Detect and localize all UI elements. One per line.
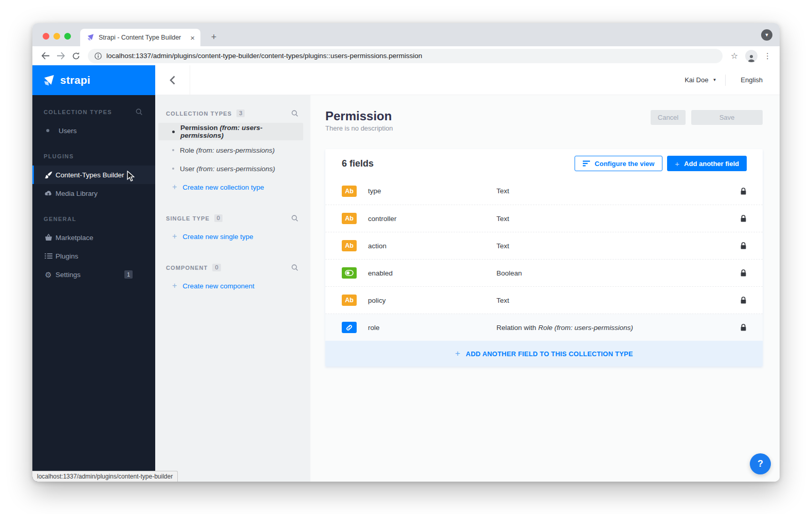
content-type-page: Permission There is no description Cance…: [310, 95, 780, 482]
main-area: Kai Doe ▼ English COLLECTION TYPES: [155, 65, 780, 482]
page-info-icon[interactable]: [95, 52, 102, 60]
sidebar-item-users[interactable]: Users: [32, 121, 155, 140]
cancel-button[interactable]: Cancel: [651, 110, 686, 125]
strapi-logo[interactable]: strapi: [32, 65, 155, 95]
sidebar-section-general: GENERAL: [32, 216, 155, 222]
minimize-window-button[interactable]: [53, 33, 60, 40]
chevron-down-icon: ▼: [712, 78, 716, 82]
search-icon[interactable]: [291, 264, 298, 271]
user-name: Kai Doe: [685, 76, 708, 84]
field-row-enabled[interactable]: enabled Boolean: [325, 259, 763, 286]
content-type-item-user[interactable]: User (from: users-permissions): [158, 160, 303, 177]
group-header: COLLECTION TYPES 3: [155, 109, 310, 117]
plugins-list-icon: [44, 253, 53, 259]
browser-tab[interactable]: Strapi - Content Type Builder ×: [80, 29, 200, 46]
page-header: Permission There is no description Cance…: [325, 109, 763, 132]
new-tab-button[interactable]: +: [207, 30, 220, 44]
create-single-type-link[interactable]: + Create new single type: [158, 228, 310, 245]
search-icon[interactable]: [291, 215, 298, 222]
main-sidebar: strapi COLLECTION TYPES Users PLUGINS: [32, 65, 155, 482]
content-types-sidebar: COLLECTION TYPES 3 Permission (from: use…: [155, 95, 310, 482]
close-window-button[interactable]: [43, 33, 49, 40]
boolean-field-badge: [342, 267, 357, 279]
bullet-icon: [172, 149, 174, 151]
add-field-footer-button[interactable]: + ADD ANOTHER FIELD TO THIS COLLECTION T…: [325, 341, 763, 366]
paintbrush-icon: [44, 171, 53, 179]
field-row-controller[interactable]: Ab controller Text: [325, 205, 763, 232]
sidebar-item-settings[interactable]: ⚙ Settings 1: [32, 265, 155, 284]
bookmark-star-icon[interactable]: ☆: [727, 48, 742, 64]
close-tab-icon[interactable]: ×: [189, 34, 196, 42]
help-button[interactable]: ?: [750, 453, 771, 474]
content-type-item-role[interactable]: Role (from: users-permissions): [158, 141, 303, 159]
settings-gear-icon: ⚙: [44, 271, 53, 279]
bullet-icon: [46, 129, 49, 132]
language-selector[interactable]: English: [741, 76, 763, 84]
address-bar[interactable]: localhost:1337/admin/plugins/content-typ…: [88, 49, 723, 63]
tab-search-chevron-icon[interactable]: ▼: [761, 29, 772, 41]
chevron-left-icon: [170, 76, 175, 85]
maximize-window-button[interactable]: [64, 33, 71, 40]
search-icon[interactable]: [291, 110, 298, 117]
plus-icon: +: [675, 159, 679, 168]
configure-view-button[interactable]: Configure the view: [575, 156, 662, 171]
lock-icon: [741, 324, 746, 331]
text-field-badge: Ab: [342, 240, 357, 251]
field-row-action[interactable]: Ab action Text: [325, 232, 763, 259]
page-actions: Cancel Save: [651, 109, 763, 125]
plus-icon: +: [172, 281, 177, 290]
field-row-role[interactable]: role Relation withRole (from: users-perm…: [325, 314, 763, 341]
fields-panel-header: 6 fields Configure the view + Add anothe…: [325, 149, 763, 177]
browser-toolbar: localhost:1337/admin/plugins/content-typ…: [32, 46, 780, 65]
browser-profile-avatar[interactable]: [745, 50, 758, 62]
back-chevron-button[interactable]: [155, 65, 190, 95]
page-subtitle: There is no description: [325, 124, 393, 132]
group-header: SINGLE TYPE 0: [155, 214, 310, 222]
lock-icon: [741, 297, 746, 304]
field-row-type[interactable]: Ab type Text: [325, 177, 763, 205]
count-badge: 3: [236, 109, 245, 117]
forward-button[interactable]: [53, 48, 68, 64]
group-header: COMPONENT 0: [155, 264, 310, 271]
bullet-icon: [172, 131, 175, 133]
search-icon[interactable]: [136, 108, 142, 115]
reload-button[interactable]: [68, 48, 84, 64]
marketplace-basket-icon: [44, 234, 53, 241]
plus-icon: +: [172, 182, 177, 192]
divider: [725, 75, 726, 86]
sidebar-item-content-types-builder[interactable]: Content-Types Builder: [32, 166, 155, 184]
user-menu[interactable]: Kai Doe ▼: [685, 76, 716, 84]
sidebar-item-marketplace[interactable]: Marketplace: [32, 228, 155, 247]
filters-icon: [583, 160, 590, 167]
group-component: COMPONENT 0 + Create new component: [155, 264, 310, 295]
add-another-field-button[interactable]: + Add another field: [667, 156, 747, 171]
tab-strip: Strapi - Content Type Builder × + ▼: [32, 23, 780, 46]
browser-window: Strapi - Content Type Builder × + ▼ loca…: [32, 23, 780, 482]
plus-icon: +: [455, 348, 460, 359]
browser-menu-icon[interactable]: ⋮: [761, 51, 774, 61]
sidebar-item-media-library[interactable]: Media Library: [32, 184, 155, 203]
count-badge: 0: [214, 214, 223, 222]
window-controls: [43, 33, 71, 40]
link-icon: [346, 324, 353, 331]
url-text[interactable]: localhost:1337/admin/plugins/content-typ…: [106, 52, 422, 60]
sidebar-item-plugins[interactable]: Plugins: [32, 247, 155, 265]
text-field-badge: Ab: [342, 295, 357, 306]
content-type-item-permission[interactable]: Permission (from: users-permissions): [158, 123, 303, 140]
admin-top-bar: Kai Doe ▼ English: [155, 65, 780, 95]
group-collection-types: COLLECTION TYPES 3 Permission (from: use…: [155, 109, 310, 196]
text-field-badge: Ab: [342, 213, 357, 224]
settings-badge: 1: [124, 270, 133, 279]
fields-panel: 6 fields Configure the view + Add anothe…: [325, 149, 763, 366]
create-collection-type-link[interactable]: + Create new collection type: [158, 178, 310, 196]
strapi-favicon-icon: [86, 33, 95, 42]
field-row-policy[interactable]: Ab policy Text: [325, 286, 763, 314]
plus-icon: +: [172, 232, 177, 241]
group-single-type: SINGLE TYPE 0 + Create new single type: [155, 214, 310, 245]
back-button[interactable]: [38, 48, 53, 64]
create-component-link[interactable]: + Create new component: [158, 277, 310, 295]
strapi-logo-icon: [43, 74, 56, 87]
media-library-cloud-icon: [44, 190, 53, 196]
save-button[interactable]: Save: [691, 110, 763, 125]
lock-icon: [741, 242, 746, 249]
